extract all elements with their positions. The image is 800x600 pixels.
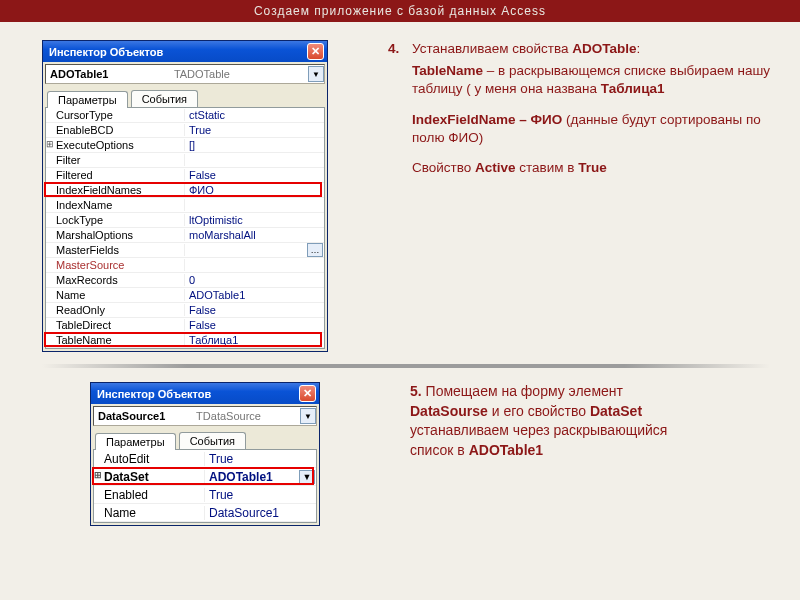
property-row[interactable]: AutoEditTrue — [94, 450, 316, 468]
tab-parameters[interactable]: Параметры — [95, 433, 176, 450]
property-row[interactable]: NameDataSource1 — [94, 504, 316, 522]
property-value[interactable]: True — [205, 488, 316, 502]
property-row[interactable]: IndexName — [46, 198, 324, 213]
oi2-selected-class: TDataSource — [196, 410, 300, 422]
oi1-selected-class: TADOTable — [174, 68, 308, 80]
property-row[interactable]: CursorTypectStatic — [46, 108, 324, 123]
property-value[interactable]: 0 — [185, 274, 324, 286]
property-row[interactable]: NameADOTable1 — [46, 288, 324, 303]
tab-events[interactable]: События — [179, 432, 246, 449]
property-value[interactable]: ADOTable1 — [205, 470, 299, 484]
oi1-selected-name: ADOTable1 — [46, 68, 174, 80]
property-value[interactable]: [] — [185, 139, 324, 151]
property-row[interactable]: TableNameТаблица1 — [46, 333, 324, 348]
oi1-titlebar[interactable]: Инспектор Объектов ✕ — [43, 41, 327, 62]
property-name: MaxRecords — [46, 274, 185, 286]
oi1-property-grid[interactable]: CursorTypectStaticEnableBCDTrueExecuteOp… — [45, 107, 325, 349]
oi2-property-grid[interactable]: AutoEditTrueDataSetADOTable1▼EnabledTrue… — [93, 449, 317, 523]
property-value[interactable]: Таблица1 — [185, 334, 324, 346]
property-row[interactable]: EnableBCDTrue — [46, 123, 324, 138]
property-name: Filter — [46, 154, 185, 166]
property-row[interactable]: FilteredFalse — [46, 168, 324, 183]
chevron-down-icon[interactable]: ▼ — [299, 470, 315, 484]
step4-text: 4. Устанавливаем свойства ADOTable: Tabl… — [388, 40, 770, 352]
divider — [42, 364, 770, 368]
property-name: IndexFieldNames — [46, 184, 185, 196]
property-row[interactable]: IndexFieldNamesФИО — [46, 183, 324, 198]
property-name: CursorType — [46, 109, 185, 121]
property-row[interactable]: ReadOnlyFalse — [46, 303, 324, 318]
property-name: TableName — [46, 334, 185, 346]
property-value[interactable]: DataSource1 — [205, 506, 316, 520]
property-name: MasterFields — [46, 244, 185, 256]
step5-text: 5. Помещаем на форму элемент DataSourse … — [410, 382, 690, 526]
property-row[interactable]: MarshalOptionsmoMarshalAll — [46, 228, 324, 243]
property-value[interactable]: False — [185, 304, 324, 316]
oi2-titlebar[interactable]: Инспектор Объектов ✕ — [91, 383, 319, 404]
property-value[interactable]: moMarshalAll — [185, 229, 324, 241]
property-row[interactable]: LockTypeltOptimistic — [46, 213, 324, 228]
property-value[interactable]: True — [205, 452, 316, 466]
property-value[interactable]: True — [185, 124, 324, 136]
chevron-down-icon[interactable]: ▼ — [300, 408, 316, 424]
property-name: IndexName — [46, 199, 185, 211]
property-name: LockType — [46, 214, 185, 226]
property-name: EnableBCD — [46, 124, 185, 136]
property-value[interactable]: False — [185, 169, 324, 181]
close-icon[interactable]: ✕ — [307, 43, 324, 60]
oi2-title: Инспектор Объектов — [97, 388, 211, 400]
property-name: AutoEdit — [94, 452, 205, 466]
property-row[interactable]: MasterSource — [46, 258, 324, 273]
ellipsis-button[interactable]: … — [307, 243, 323, 257]
property-row[interactable]: MasterFields… — [46, 243, 324, 258]
property-value[interactable]: False — [185, 319, 324, 331]
oi2-object-selector[interactable]: DataSource1 TDataSource ▼ — [93, 406, 317, 426]
property-row[interactable]: ExecuteOptions[] — [46, 138, 324, 153]
close-icon[interactable]: ✕ — [299, 385, 316, 402]
property-row[interactable]: EnabledTrue — [94, 486, 316, 504]
property-name: TableDirect — [46, 319, 185, 331]
property-name: ExecuteOptions — [46, 139, 185, 151]
property-name: Name — [46, 289, 185, 301]
tab-events[interactable]: События — [131, 90, 198, 107]
property-name: MasterSource — [46, 259, 185, 271]
property-row[interactable]: MaxRecords0 — [46, 273, 324, 288]
property-name: Enabled — [94, 488, 205, 502]
oi2-selected-name: DataSource1 — [94, 410, 196, 422]
oi1-title: Инспектор Объектов — [49, 46, 163, 58]
property-row[interactable]: TableDirectFalse — [46, 318, 324, 333]
slide-title: Создаем приложение с базой данных Access — [0, 0, 800, 22]
tab-parameters[interactable]: Параметры — [47, 91, 128, 108]
property-row[interactable]: Filter — [46, 153, 324, 168]
property-name: MarshalOptions — [46, 229, 185, 241]
property-value[interactable]: ltOptimistic — [185, 214, 324, 226]
property-name: Name — [94, 506, 205, 520]
property-name: Filtered — [46, 169, 185, 181]
property-name: ReadOnly — [46, 304, 185, 316]
oi1-object-selector[interactable]: ADOTable1 TADOTable ▼ — [45, 64, 325, 84]
chevron-down-icon[interactable]: ▼ — [308, 66, 324, 82]
property-row[interactable]: DataSetADOTable1▼ — [94, 468, 316, 486]
property-value[interactable]: ctStatic — [185, 109, 324, 121]
property-name: DataSet — [94, 470, 205, 484]
property-value[interactable]: ADOTable1 — [185, 289, 324, 301]
property-value[interactable]: ФИО — [185, 184, 324, 196]
object-inspector-2: Инспектор Объектов ✕ DataSource1 TDataSo… — [90, 382, 320, 526]
object-inspector-1: Инспектор Объектов ✕ ADOTable1 TADOTable… — [42, 40, 328, 352]
